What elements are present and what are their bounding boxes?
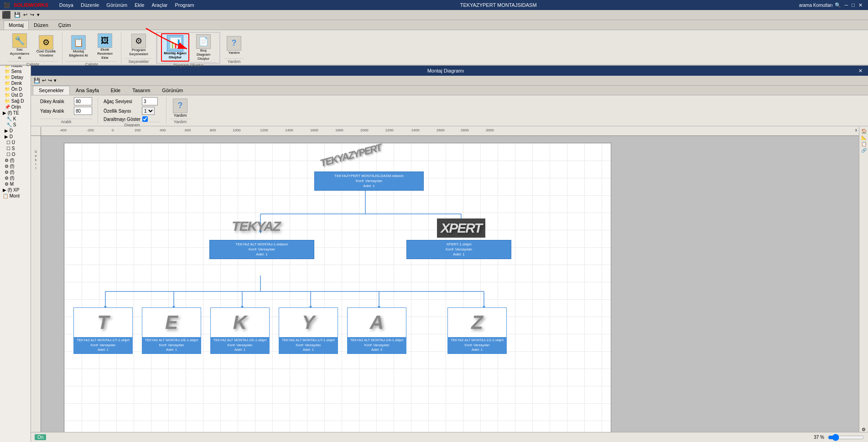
tab-montaj[interactable]: Montaj xyxy=(4,21,29,30)
menu-program[interactable]: Program xyxy=(171,1,198,9)
tree-item-f1[interactable]: ⚙ (f) xyxy=(1,157,30,163)
canvas-white: TEKYAZYPERT TEKYAZYPERT MONTAJSLDASM.sld… xyxy=(64,143,611,432)
program-secenekleri-button[interactable]: ⚙ Program Seçenekleri xyxy=(125,32,152,58)
menu-gorunum[interactable]: Görünüm xyxy=(103,1,131,9)
right-icon-1[interactable]: 🏠 xyxy=(861,129,867,134)
tree-item-m[interactable]: ⚙ M xyxy=(1,181,30,187)
diagram-canvas[interactable]: TEKYAZYPERT TEKYAZYPERT MONTAJSLDASM.sld… xyxy=(41,136,859,432)
inner-undo-icon[interactable]: ↩ xyxy=(42,78,46,83)
tab-tasarim[interactable]: Tasarım xyxy=(126,86,156,95)
ozellik-sayisi-select[interactable]: 123 xyxy=(142,107,155,115)
tree-item-o[interactable]: ☐ O xyxy=(1,151,30,157)
sac-icon: 🔧 xyxy=(12,33,27,48)
tree-item-f-xp[interactable]: ▶ (f) XP xyxy=(1,187,30,193)
agac-seviyesi-input[interactable] xyxy=(142,97,158,105)
tree-item-ustd[interactable]: 📁 Üst D xyxy=(1,92,30,98)
tree-item-f3[interactable]: ⚙ (f) xyxy=(1,169,30,175)
yatay-aralik-input[interactable] xyxy=(74,107,92,115)
tree-item-s2[interactable]: ☐ S xyxy=(1,146,30,151)
right-icon-4[interactable]: 🔗 xyxy=(861,148,867,153)
minimize-btn[interactable]: ─ xyxy=(843,2,850,8)
zoom-label: 37 % xyxy=(814,435,824,440)
sac-acinimlarini-button[interactable]: 🔧 Sac Açınımlarını Al xyxy=(7,32,32,61)
tree-item-denk[interactable]: 📁 Denk xyxy=(1,80,30,86)
yardim-icon: ? xyxy=(227,36,241,51)
tree-item-d1[interactable]: ▶ D xyxy=(1,128,30,134)
dropdown-icon[interactable]: ▾ xyxy=(37,12,40,18)
daraltmayi-goster-checkbox[interactable] xyxy=(142,116,148,122)
inner-redo-icon[interactable]: ↪ xyxy=(48,78,52,83)
tab-ekle[interactable]: Ekle xyxy=(105,86,126,95)
tree-item-detay[interactable]: 📁 Detay xyxy=(1,74,30,80)
ribbon-group-label-4: Diagram Oluştur xyxy=(161,62,216,68)
search-icon[interactable]: 🔍 xyxy=(835,2,841,8)
tree-item-sagd[interactable]: 📁 Sağ D xyxy=(1,98,30,104)
ribbon-group-calistir2: 📋 Montaj Bilgilerini Al 🖼 Eksik Resimler… xyxy=(62,32,121,64)
right-icon-3[interactable]: 📋 xyxy=(861,141,867,146)
agac-seviyesi-label: Ağaç Seviyesi xyxy=(104,99,140,104)
inner-yardim-button[interactable]: ? Yardım xyxy=(171,98,189,119)
eksik-resim-button[interactable]: 🖼 Eksik Resimleri Ekle xyxy=(93,32,117,61)
second-node-left-box[interactable]: TEKYAZ ALT MONTAJ-1.sldasm Konf: Varsayı… xyxy=(209,240,314,259)
tree-item-s[interactable]: 🔧 S xyxy=(1,122,30,128)
tree-item-k[interactable]: 🔧 K xyxy=(1,116,30,122)
restore-btn[interactable]: □ xyxy=(850,2,857,8)
inner-yardim-label: Yardım xyxy=(174,113,187,118)
bottom-status-bar: On 37 % xyxy=(31,432,868,442)
tab-gorunum[interactable]: Görünüm xyxy=(156,86,189,95)
tab-duzen[interactable]: Düzen xyxy=(29,21,53,30)
tree-item-u[interactable]: ☐ Ü xyxy=(1,140,30,146)
undo-icon[interactable]: ↩ xyxy=(23,12,27,18)
menu-araclar[interactable]: Araçlar xyxy=(148,1,172,9)
daraltmayi-goster-label: Daraltmayı Göster xyxy=(104,117,140,122)
third-node-Y[interactable]: Y TEKYAZ ALT MONTAJ-1/Y-1.sldprt Konf: V… xyxy=(279,307,338,354)
second-node-right-img: XPERT xyxy=(406,218,516,238)
tree-item-f2[interactable]: ⚙ (f) xyxy=(1,163,30,169)
montaj-agac-label: Montaj Ağacı Oluştur xyxy=(164,52,187,60)
ribbon-group-label-5: Yardım xyxy=(224,58,244,64)
inner-save-icon[interactable]: 💾 xyxy=(34,78,40,83)
tree-item-f-te[interactable]: ▶ (f) TE xyxy=(1,110,30,116)
third-node-K[interactable]: K TEKYAZ ALT MONTAJ-1/K-1.sldprt Konf: V… xyxy=(210,307,270,354)
ozel-ozellik-button[interactable]: ⚙ Özel Özellik Yönetimi xyxy=(34,34,58,59)
save-icon[interactable]: 💾 xyxy=(14,12,21,18)
second-node-right-box[interactable]: XPERT-1.sldprt Konf: Varsayılan Adet: 1 xyxy=(406,240,511,259)
top-node-box[interactable]: TEKYAZYPERT MONTAJSLDASM.sldasm Konf: Va… xyxy=(314,172,424,191)
redo-icon[interactable]: ↪ xyxy=(30,12,34,18)
tab-secenekler[interactable]: Seçenekler xyxy=(33,86,70,95)
inner-dropdown-icon[interactable]: ▾ xyxy=(54,78,57,83)
tab-cizim[interactable]: Çizim xyxy=(53,21,76,30)
menu-duzenle[interactable]: Düzenle xyxy=(77,1,103,9)
montaj-bilgi-button[interactable]: 📋 Montaj Bilgilerini Al xyxy=(66,34,91,59)
inner-section-diagram: Ağaç Seviyesi Özellik Sayısı 123 Daraltm… xyxy=(98,97,166,124)
right-icon-2[interactable]: 📐 xyxy=(861,135,867,140)
inner-window-title: Montaj Diagramı xyxy=(35,68,857,73)
menu-ekle[interactable]: Ekle xyxy=(131,1,148,9)
inner-quick-access: 💾 ↩ ↪ ▾ xyxy=(31,76,868,86)
bos-diagram-button[interactable]: 📄 Boş Diagram Oluştur xyxy=(191,33,216,62)
bos-diagram-icon: 📄 xyxy=(196,34,211,49)
menu-dosya[interactable]: Dosya xyxy=(56,1,77,9)
tree-item-mont[interactable]: 📋 Mont xyxy=(1,193,30,199)
third-node-T[interactable]: T TEKYAZ ALT MONTAJ-1/T-1.sldprt Konf: V… xyxy=(73,307,133,354)
ruler-corner xyxy=(31,127,41,136)
dikey-aralik-input[interactable] xyxy=(74,97,92,105)
right-icon-5[interactable]: ⚙ xyxy=(862,427,866,432)
tree-item-orijin[interactable]: 📌 Orijn xyxy=(1,104,30,110)
third-node-Z[interactable]: Z TEKYAZ ALT MONTAJ-1/Z-2.sldprt Konf: V… xyxy=(447,307,507,354)
yardim-button[interactable]: ? Yardım xyxy=(224,35,244,56)
tree-item-ond[interactable]: 📁 Ön D xyxy=(1,86,30,92)
close-btn[interactable]: ✕ xyxy=(857,2,864,8)
tree-item-f4[interactable]: ⚙ (f) xyxy=(1,175,30,181)
tree-item-d2[interactable]: ▶ D xyxy=(1,134,30,140)
third-node-E[interactable]: E TEKYAZ ALT MONTAJ-1/E-1.sldprt Konf: V… xyxy=(142,307,201,354)
tree-item-sens[interactable]: 📁 Sens xyxy=(1,68,30,74)
zoom-slider[interactable] xyxy=(828,434,864,441)
third-node-A[interactable]: A TEKYAZ ALT MONTAJ-1/A-1.sldprt Konf: V… xyxy=(347,307,406,354)
inner-close-btn[interactable]: ✕ xyxy=(857,68,864,74)
inner-ribbon-content: Dikey Aralık Yatay Aralık Aralık Ağaç Se… xyxy=(31,95,868,126)
inner-section-label-aralik: Aralık xyxy=(40,119,92,124)
diagram-viewport[interactable]: -400 -200 0 200 400 600 800 1000 1200 14… xyxy=(31,127,859,432)
montaj-agac-button[interactable]: 📊 Montaj Ağacı Oluştur xyxy=(161,33,189,62)
tab-ana-sayfa[interactable]: Ana Sayfa xyxy=(70,86,105,95)
